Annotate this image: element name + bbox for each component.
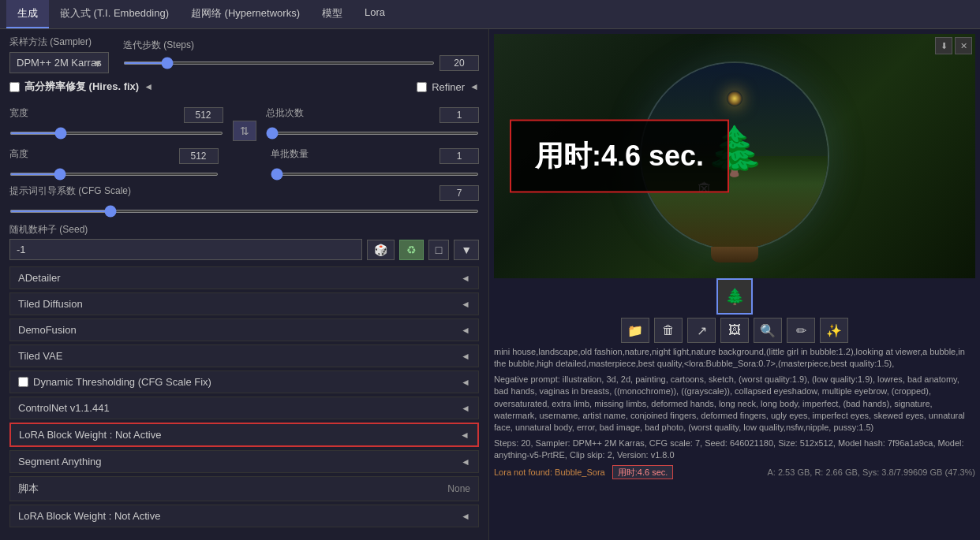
sampler-select-wrapper: DPM++ 2M Karras ▼ — [9, 52, 109, 73]
tab-embedding[interactable]: 嵌入式 (T.I. Embedding) — [49, 0, 180, 28]
info-row: Lora not found: Bubble_Sora 用时:4.6 sec. … — [494, 467, 975, 479]
memory-info: A: 2.53 GB, R: 2.66 GB, Sys: 3.8/7.99609… — [767, 467, 975, 477]
hires-checkbox-row: 高分辨率修复 (Hires. fix) ◄ — [9, 80, 153, 94]
extension-segment-anything[interactable]: Segment Anything ◄ — [9, 450, 479, 473]
send-to-inpaint-btn[interactable]: 🖼 — [720, 318, 749, 343]
thumbnail-1-icon: 🌲 — [725, 287, 745, 306]
cfg-header: 提示词引导系数 (CFG Scale) — [9, 184, 479, 201]
tab-lora[interactable]: Lora — [353, 0, 396, 28]
extension-tiled-vae[interactable]: Tiled VAE ◄ — [9, 344, 479, 367]
left-panel: 采样方法 (Sampler) DPM++ 2M Karras ▼ 迭代步数 (S… — [0, 29, 489, 540]
cfg-scale-row: 提示词引导系数 (CFG Scale) — [9, 184, 479, 215]
adetailer-toggle-btn[interactable]: ◄ — [461, 273, 470, 284]
thumbnail-row: 🌲 — [494, 278, 975, 315]
width-slider[interactable] — [9, 132, 223, 135]
globe-outer-circle: 🌲 🏚 — [640, 61, 829, 251]
extension-adetailer[interactable]: ADetailer ◄ — [9, 266, 479, 289]
open-folder-btn[interactable]: 📁 — [621, 318, 649, 343]
seed-dice-btn[interactable]: 🎲 — [367, 240, 395, 260]
extension-script[interactable]: 脚本 None — [9, 476, 479, 501]
cfg-value-input[interactable] — [440, 185, 479, 201]
right-panel: ⬇ ✕ 🌲 🏚 — [489, 29, 980, 540]
seed-section-label: 随机数种子 (Seed) — [9, 223, 479, 236]
refiner-checkbox[interactable] — [417, 82, 427, 92]
edit-btn[interactable]: ✏ — [787, 318, 815, 343]
adetailer-label: ADetailer — [18, 272, 60, 284]
batchcount-header: 总批次数 — [266, 106, 480, 123]
tiled-vae-toggle-btn[interactable]: ◄ — [461, 351, 470, 362]
height-batchsize-row: 高度 单批数量 — [9, 147, 479, 178]
tab-hypernetworks[interactable]: 超网络 (Hypernetworks) — [180, 0, 311, 28]
extension-controlnet[interactable]: ControlNet v1.1.441 ◄ — [9, 397, 479, 419]
globe-base — [711, 247, 758, 263]
batchsize-value-input[interactable] — [440, 148, 479, 164]
enhance-btn[interactable]: ✨ — [820, 318, 848, 343]
script-value: None — [447, 483, 470, 494]
send-to-img2img-btn[interactable]: ↗ — [687, 318, 716, 343]
extension-demofusion[interactable]: DemoFusion ◄ — [9, 318, 479, 341]
width-col: 宽度 — [9, 106, 223, 141]
lora-block2-toggle-btn[interactable]: ◄ — [461, 511, 470, 522]
height-slider[interactable] — [9, 173, 219, 176]
globe-trees: 🌲 — [705, 128, 765, 175]
seed-row: 🎲 ♻ □ ▼ — [9, 239, 479, 260]
hires-collapse-btn[interactable]: ◄ — [144, 81, 153, 92]
extension-lora-block2[interactable]: LoRA Block Weight : Not Active ◄ — [9, 505, 479, 527]
globe-wrapper: 🌲 🏚 — [640, 61, 829, 251]
batchcount-value-input[interactable] — [440, 107, 479, 123]
spacer — [228, 147, 261, 178]
height-value-input[interactable] — [179, 148, 219, 164]
refiner-checkbox-row: Refiner ◄ — [163, 80, 479, 94]
batchsize-slider[interactable] — [271, 173, 480, 176]
globe-scene: 🌲 🏚 — [494, 34, 975, 278]
height-col: 高度 — [9, 147, 219, 178]
seed-dropdown-btn[interactable]: ▼ — [454, 240, 479, 260]
steps-value-input[interactable] — [440, 55, 479, 71]
dynamic-threshold-inner: Dynamic Thresholding (CFG Scale Fix) — [18, 376, 211, 388]
lora-block-label: LoRA Block Weight : Not Active — [19, 429, 161, 441]
width-header: 宽度 — [9, 106, 223, 123]
thumbnail-1[interactable]: 🌲 — [716, 278, 753, 315]
controlnet-toggle-btn[interactable]: ◄ — [461, 403, 470, 414]
swap-btn-wrapper: ⇅ — [233, 106, 256, 141]
steps-label: 迭代步数 (Steps) — [123, 39, 479, 52]
extension-dynamic-threshold[interactable]: Dynamic Thresholding (CFG Scale Fix) ◄ — [9, 371, 479, 393]
hires-checkbox[interactable] — [9, 82, 20, 92]
steps-slider[interactable] — [123, 61, 435, 65]
seed-recycle-btn[interactable]: ♻ — [399, 240, 424, 260]
extension-lora-block[interactable]: LoRA Block Weight : Not Active ◄ — [9, 423, 479, 447]
batchsize-label: 单批数量 — [271, 147, 309, 161]
send-to-extras-btn[interactable]: 🔍 — [754, 318, 782, 343]
height-label: 高度 — [9, 147, 28, 161]
cfg-slider[interactable] — [9, 210, 479, 213]
batchsize-header: 单批数量 — [271, 147, 480, 164]
time-badge[interactable]: 用时:4.6 sec. — [612, 465, 674, 479]
width-value-input[interactable] — [184, 107, 223, 123]
extension-tiled-diffusion[interactable]: Tiled Diffusion ◄ — [9, 292, 479, 315]
height-header: 高度 — [9, 147, 219, 164]
refiner-collapse-btn[interactable]: ◄ — [469, 81, 479, 92]
hires-refiner-row: 高分辨率修复 (Hires. fix) ◄ Refiner ◄ — [9, 80, 479, 100]
width-batchcount-row: 宽度 ⇅ 总批次数 — [9, 106, 479, 141]
main-layout: 采样方法 (Sampler) DPM++ 2M Karras ▼ 迭代步数 (S… — [0, 29, 980, 540]
trash-btn[interactable]: 🗑 — [654, 318, 683, 343]
swap-dimensions-btn[interactable]: ⇅ — [233, 121, 256, 141]
seed-extra-btn[interactable]: □ — [428, 240, 449, 260]
tiled-diffusion-toggle-btn[interactable]: ◄ — [461, 299, 470, 310]
action-buttons-row: 📁 🗑 ↗ 🖼 🔍 ✏ ✨ — [494, 318, 975, 343]
lora-warning-text: Lora not found: Bubble_Sora — [494, 467, 605, 477]
sampler-select[interactable]: DPM++ 2M Karras — [9, 52, 109, 73]
batchcount-slider[interactable] — [266, 132, 480, 135]
batchcount-col: 总批次数 — [266, 106, 480, 141]
dynamic-threshold-toggle-btn[interactable]: ◄ — [461, 377, 470, 388]
tab-model[interactable]: 模型 — [311, 0, 353, 28]
tab-generate[interactable]: 生成 — [6, 0, 49, 28]
top-tabs: 生成 嵌入式 (T.I. Embedding) 超网络 (Hypernetwor… — [0, 0, 980, 29]
demofusion-toggle-btn[interactable]: ◄ — [461, 325, 470, 336]
seed-input[interactable] — [9, 239, 362, 260]
batchsize-col: 单批数量 — [271, 147, 480, 178]
batchcount-label: 总批次数 — [266, 106, 304, 120]
lora-block-toggle-btn[interactable]: ◄ — [460, 430, 469, 441]
segment-anything-toggle-btn[interactable]: ◄ — [461, 456, 470, 467]
dynamic-threshold-checkbox[interactable] — [18, 377, 28, 387]
